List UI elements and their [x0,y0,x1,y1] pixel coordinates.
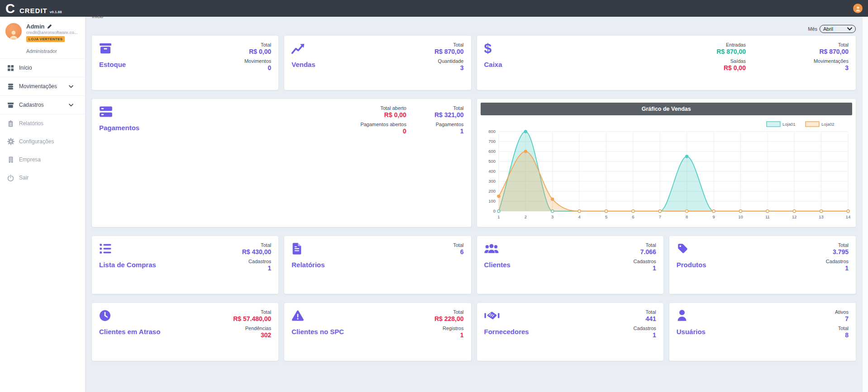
card-clientes[interactable]: Clientes Total 7.066 Cadastros 1 [477,236,663,294]
sidebar-item-sair[interactable]: Sair [0,169,85,187]
logo-letter: C [5,2,15,15]
stat-value: R$ 228,00 [434,315,464,322]
stat: Cadastros 1 [242,259,272,272]
card-usuarios[interactable]: Usuários Ativos 7 Total 8 [669,303,856,361]
card-title: Clientes no SPC [291,328,344,335]
stat: Total 7.066 [634,242,656,255]
file-icon [291,242,302,255]
svg-text:200: 200 [488,189,496,194]
list-icon [99,242,112,255]
sidebar-item-label: Início [19,65,32,71]
stat-label: Total [434,105,464,111]
sidebar-item-configuracoes[interactable]: Configurações [0,132,85,151]
svg-text:7: 7 [658,214,661,219]
stat-value: 3.795 [826,248,849,255]
user-avatar[interactable] [853,4,863,13]
card-fornecedores[interactable]: Fornecedores Total 441 Cadastros 1 [477,303,663,361]
stat-value: 3 [814,64,849,71]
card-pagamentos[interactable]: Pagamentos Total aberto R$ 0,00 Pagament… [92,99,471,227]
stat-value: 1 [242,264,272,272]
sidebar-item-inicio[interactable]: Início [0,59,85,77]
card-vendas[interactable]: Vendas Total R$ 870,00 Quantidade 3 [284,36,471,90]
card-title: Vendas [291,61,315,68]
store-badge: LOJA VERTENTES [26,36,65,42]
svg-text:400: 400 [488,169,496,174]
stat: Movimentos 0 [244,58,271,71]
profile-role: Administrador [0,47,85,58]
svg-text:600: 600 [488,149,496,154]
month-label: Mês [808,26,817,32]
sidebar: Admin credit@anronsoftware.co... LOJA VE… [0,17,85,392]
svg-text:12: 12 [792,214,796,219]
card-title: Produtos [677,261,706,269]
person-icon [8,29,19,39]
sidebar-item-cadastros[interactable]: Cadastros [0,96,85,114]
building-icon [7,156,14,163]
svg-text:3: 3 [551,214,553,219]
card-lista-de-compras[interactable]: Lista de Compras Total R$ 430,00 Cadastr… [92,236,278,294]
gear-icon [7,138,14,145]
stat-value: R$ 430,00 [242,248,272,255]
dollar-icon: $ [484,42,492,55]
stat-label: Movimentos [244,58,271,64]
stat-value: R$ 0,00 [244,48,271,55]
sales-chart[interactable]: 0100200300400500600700800123456789101112… [481,115,853,226]
svg-text:100: 100 [488,198,496,203]
sidebar-item-movimentacoes[interactable]: Movimentações [0,77,85,95]
sidebar-item-label: Relatórios [19,120,43,127]
svg-text:4: 4 [578,214,580,219]
card-caixa[interactable]: $ Caixa Entradas R$ 870,00 Saídas R$ 0,0… [477,36,856,90]
edit-pencil-icon[interactable] [47,24,52,29]
stat-label: Quantidade [434,58,464,64]
profile-avatar[interactable] [5,23,22,39]
user-icon [677,309,687,322]
stat-value: 1 [634,264,656,272]
month-select[interactable]: Abril [820,25,856,33]
svg-text:2: 2 [524,214,526,219]
stat: Movimentações 3 [814,58,849,71]
stat-label: Total [634,242,656,248]
stat-value: 0 [244,64,271,71]
clock-icon [99,309,111,322]
app-logo[interactable]: C CREDIT v0.1.88 [5,2,62,15]
stat: Total R$ 430,00 [242,242,272,255]
card-title: Pagamentos [99,124,139,132]
svg-text:10: 10 [738,214,743,219]
credit-cards-icon [99,105,113,118]
svg-text:5: 5 [605,214,607,219]
stat-label: Total [434,309,464,315]
month-filter-row: Mês Abril [92,25,856,33]
stat: Total 6 [453,242,463,255]
sidebar-item-label: Cadastros [19,102,44,108]
stat: Pagamentos abertos 0 [360,122,406,135]
card-clientes-em-atraso[interactable]: Clientes em Atraso Total R$ 57.480,00 Pe… [92,303,278,361]
card-estoque[interactable]: Estoque Total R$ 0,00 Movimentos 0 [92,36,278,90]
card-title: Relatórios [291,261,324,269]
stat: Total R$ 0,00 [244,42,271,55]
svg-text:13: 13 [819,214,824,219]
sidebar-item-relatorios[interactable]: Relatórios [0,114,85,132]
stat-value: 1 [434,331,464,339]
stat-label: Total [242,242,272,248]
stat-label: Total [814,42,849,47]
svg-text:6: 6 [632,214,634,219]
card-title: Clientes em Atraso [99,328,160,335]
stat-value: 8 [835,331,849,339]
stat: Total aberto R$ 0,00 [360,105,406,118]
sidebar-item-empresa[interactable]: Empresa [0,151,85,169]
power-icon [7,175,14,181]
stat-label: Cadastros [634,326,656,331]
box-icon [99,42,112,55]
stat-value: 3 [434,64,464,71]
profile-block: Admin credit@anronsoftware.co... LOJA VE… [0,17,85,47]
chart-up-icon [291,42,305,55]
chevron-down-icon [847,27,852,31]
stat: Cadastros 1 [826,259,849,272]
stat: Total R$ 57.480,00 [233,309,271,322]
stat-label: Registros [434,326,464,331]
card-relatorios[interactable]: Relatórios Total 6 [284,236,471,294]
card-clientes-no-spc[interactable]: Clientes no SPC Total R$ 228,00 Registro… [284,303,471,361]
scrollbar[interactable] [862,17,868,392]
card-produtos[interactable]: Produtos Total 3.795 Cadastros 1 [669,236,856,294]
sales-chart-svg: 0100200300400500600700800123456789101112… [482,116,854,224]
